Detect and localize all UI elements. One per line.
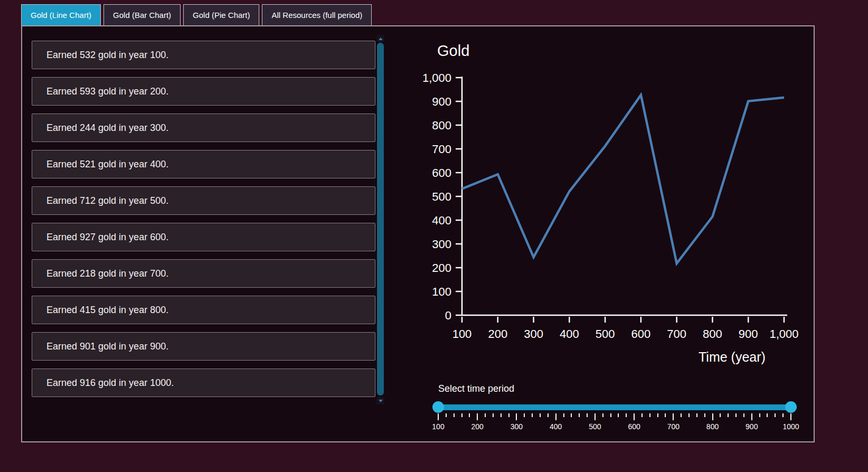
time-period-slider: Select time period 100200300400500600700…	[433, 383, 796, 441]
ruler-tick	[704, 413, 705, 417]
log-entry: Earned 712 gold in year 500.	[32, 186, 375, 215]
ruler-tick-label: 800	[706, 422, 719, 431]
ruler-tick	[626, 413, 627, 417]
gold-line-series	[462, 95, 784, 263]
app-window: Gold (Line Chart) Gold (Bar Chart) Gold …	[0, 0, 868, 472]
ruler-tick	[516, 413, 517, 420]
slider-label: Select time period	[438, 383, 514, 394]
chart-axes	[462, 77, 787, 315]
triangle-up-icon	[379, 37, 383, 40]
ruler-tick	[595, 413, 596, 420]
ruler-tick	[665, 413, 666, 417]
ruler-tick-label: 1000	[782, 422, 799, 431]
scrollbar[interactable]	[376, 35, 384, 404]
x-tick-label: 900	[739, 327, 758, 341]
x-tick-label: 400	[560, 327, 579, 341]
y-tick-label: 700	[432, 143, 451, 156]
main-panel: Earned 532 gold in year 100.Earned 593 g…	[21, 25, 815, 442]
ruler-tick	[571, 413, 572, 417]
ruler-tick	[477, 413, 478, 420]
ruler-tick	[610, 413, 611, 417]
ruler-tick	[469, 413, 470, 417]
tab-gold-pie-chart[interactable]: Gold (Pie Chart)	[183, 4, 259, 25]
ruler-tick-label: 100	[432, 422, 444, 431]
ruler-tick	[579, 413, 580, 417]
ruler-tick-label: 400	[550, 422, 562, 431]
event-log-list: Earned 532 gold in year 100.Earned 593 g…	[32, 41, 375, 405]
log-entry: Earned 532 gold in year 100.	[32, 41, 375, 69]
ruler-tick	[438, 413, 439, 420]
ruler-tick	[681, 413, 682, 417]
ruler-tick	[712, 413, 713, 420]
ruler-tick	[641, 413, 643, 417]
ruler-tick	[720, 413, 721, 417]
ruler-tick	[540, 413, 541, 417]
slider-handle-low[interactable]	[432, 401, 444, 413]
ruler-tick	[532, 413, 533, 417]
ruler-tick	[649, 413, 650, 417]
ruler-tick	[735, 413, 737, 417]
ruler-tick	[657, 413, 658, 417]
x-tick-label: 1,000	[769, 327, 798, 341]
ruler-tick	[485, 413, 486, 417]
ruler-tick	[446, 413, 447, 417]
y-tick-label: 300	[432, 238, 451, 251]
log-entry: Earned 916 gold in year 1000.	[32, 369, 375, 397]
y-tick-label: 600	[432, 166, 451, 180]
tab-all-resources[interactable]: All Resources (full period)	[262, 4, 372, 25]
x-tick-label: 500	[596, 327, 615, 341]
y-tick-label: 200	[432, 261, 451, 275]
ruler-tick	[602, 413, 603, 417]
scrollbar-thumb[interactable]	[377, 43, 384, 395]
ruler-tick	[508, 413, 510, 417]
ruler-tick	[782, 413, 784, 417]
tab-gold-bar-chart[interactable]: Gold (Bar Chart)	[103, 4, 181, 25]
log-entry: Earned 521 gold in year 400.	[32, 150, 375, 178]
y-tick-label: 100	[432, 285, 451, 298]
ruler-tick-label: 200	[471, 422, 484, 431]
ruler-tick	[728, 413, 729, 417]
ruler-tick	[454, 413, 455, 417]
slider-ruler: 1002003004005006007008009001000	[433, 413, 796, 435]
y-tick-label: 0	[445, 309, 451, 322]
x-tick-label: 800	[703, 327, 722, 341]
ruler-tick	[696, 413, 697, 417]
log-entry: Earned 927 gold in year 600.	[32, 223, 375, 251]
ruler-tick	[555, 413, 556, 420]
y-tick-label: 400	[432, 214, 451, 227]
x-axis-title: Time (year)	[699, 350, 766, 365]
log-entry: Earned 593 gold in year 200.	[32, 77, 375, 106]
log-entry: Earned 244 gold in year 300.	[32, 114, 375, 142]
ruler-tick	[759, 413, 760, 417]
tab-gold-line-chart[interactable]: Gold (Line Chart)	[21, 4, 101, 25]
ruler-tick	[563, 413, 564, 417]
y-tick-label: 1,000	[422, 71, 451, 84]
ruler-tick	[767, 413, 768, 417]
ruler-tick	[493, 413, 494, 417]
y-tick-label: 800	[432, 119, 451, 132]
x-tick-label: 200	[488, 327, 507, 341]
ruler-tick-label: 300	[511, 422, 523, 431]
ruler-tick	[673, 413, 674, 420]
x-tick-label: 100	[452, 327, 472, 341]
tab-bar: Gold (Line Chart) Gold (Bar Chart) Gold …	[21, 4, 372, 25]
ruler-tick	[548, 413, 549, 417]
scroll-up-button[interactable]	[376, 35, 384, 42]
ruler-tick-label: 900	[746, 422, 758, 431]
ruler-tick-label: 500	[589, 422, 601, 431]
x-tick-label: 300	[524, 327, 543, 341]
slider-handle-high[interactable]	[785, 401, 797, 413]
ruler-tick	[743, 413, 744, 417]
ruler-tick	[775, 413, 776, 417]
ruler-tick	[524, 413, 525, 417]
ruler-tick	[501, 413, 502, 417]
scroll-down-button[interactable]	[376, 397, 384, 404]
log-entry: Earned 415 gold in year 800.	[32, 296, 375, 324]
log-entry: Earned 218 gold in year 700.	[32, 259, 375, 288]
x-tick-label: 600	[631, 327, 651, 341]
y-tick-label: 500	[432, 190, 451, 203]
line-chart: 01002003004005006007008009001,0001002003…	[392, 48, 809, 354]
ruler-tick	[634, 413, 635, 420]
slider-track[interactable]	[433, 404, 796, 410]
ruler-tick	[688, 413, 690, 417]
